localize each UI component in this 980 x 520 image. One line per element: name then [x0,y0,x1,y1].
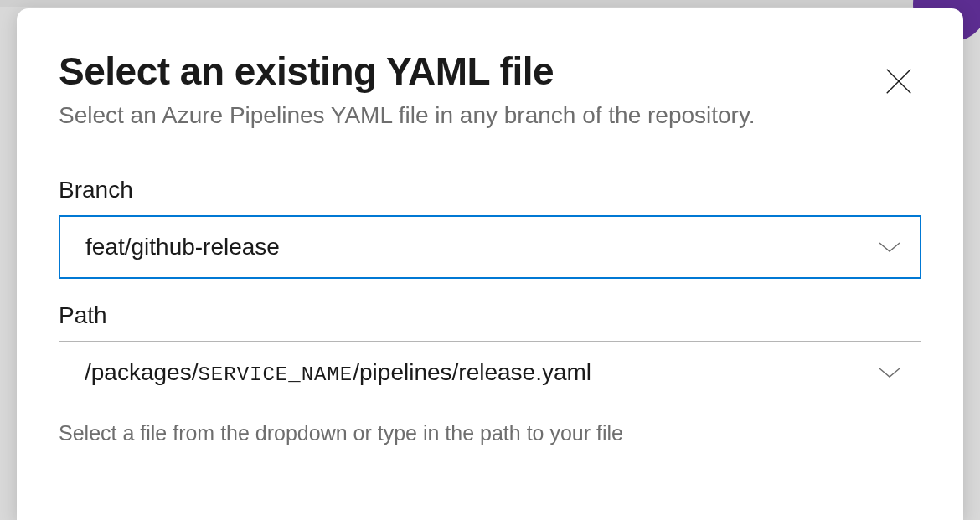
branch-label: Branch [59,177,921,203]
path-prefix: /packages/ [85,359,198,386]
path-combobox[interactable]: /packages/SERVICE_NAME/pipelines/release… [59,341,921,404]
dialog-subtitle: Select an Azure Pipelines YAML file in a… [59,100,787,131]
dialog-header: Select an existing YAML file Select an A… [59,50,921,131]
close-icon [883,65,915,100]
select-yaml-dialog: Select an existing YAML file Select an A… [17,8,963,520]
branch-combobox[interactable] [59,215,921,279]
path-hint: Select a file from the dropdown or type … [59,421,921,445]
path-input[interactable]: /packages/SERVICE_NAME/pipelines/release… [59,341,921,404]
branch-input[interactable] [59,215,921,279]
path-field-group: Path /packages/SERVICE_NAME/pipelines/re… [59,302,921,445]
path-label: Path [59,302,921,329]
branch-field-group: Branch [59,177,921,279]
close-button[interactable] [876,59,921,106]
dialog-title: Select an existing YAML file [59,50,851,93]
path-token: SERVICE_NAME [198,363,353,386]
path-suffix: /pipelines/release.yaml [353,359,591,386]
dialog-header-text: Select an existing YAML file Select an A… [59,50,851,131]
backdrop-bar [0,0,980,7]
